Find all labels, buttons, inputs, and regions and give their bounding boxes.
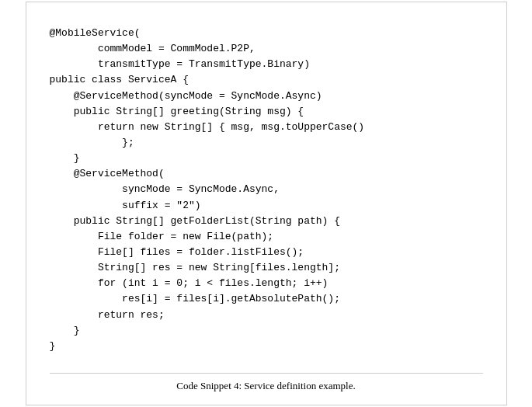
figure-container: @MobileService( commModel = CommModel.P2… bbox=[26, 2, 507, 405]
figure-caption: Code Snippet 4: Service definition examp… bbox=[50, 373, 483, 392]
code-block: @MobileService( commModel = CommModel.P2… bbox=[50, 18, 483, 362]
